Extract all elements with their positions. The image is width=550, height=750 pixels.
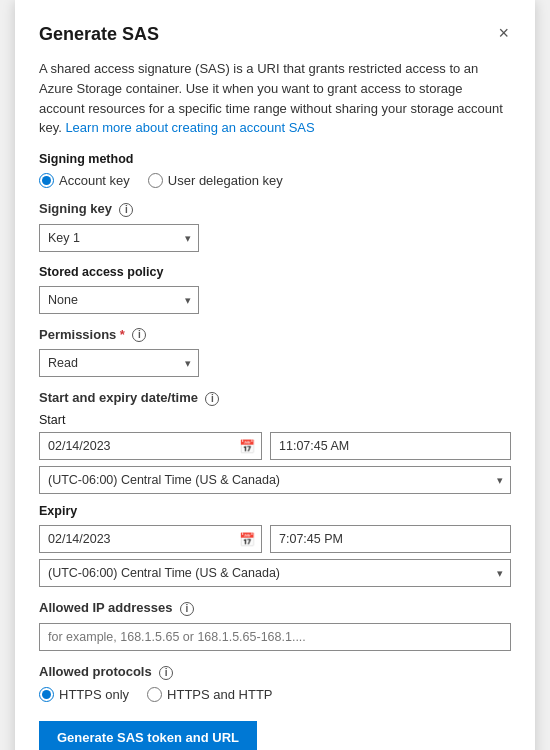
allowed-protocols-label: Allowed protocols i [39, 664, 511, 680]
signing-key-section: Signing key i Key 1 Key 2 ▾ [39, 201, 511, 252]
start-timezone-select[interactable]: (UTC-06:00) Central Time (US & Canada) (… [39, 466, 511, 494]
permissions-label: Permissions * i [39, 327, 511, 343]
expiry-date-wrapper: 📅 [39, 525, 262, 553]
account-key-option[interactable]: Account key [39, 173, 130, 188]
generate-sas-dialog: Generate SAS × A shared access signature… [15, 0, 535, 750]
signing-key-label: Signing key i [39, 201, 511, 217]
allowed-protocols-info-icon[interactable]: i [159, 666, 173, 680]
dialog-title: Generate SAS [39, 24, 159, 45]
stored-access-policy-select-wrapper: None ▾ [39, 286, 199, 314]
allowed-ip-info-icon[interactable]: i [180, 602, 194, 616]
start-date-time-row: 📅 [39, 432, 511, 460]
https-only-option[interactable]: HTTPS only [39, 687, 129, 702]
user-delegation-radio[interactable] [148, 173, 163, 188]
stored-access-policy-label: Stored access policy [39, 265, 511, 279]
allowed-protocols-radio-group: HTTPS only HTTPS and HTTP [39, 687, 511, 702]
start-date-input[interactable] [39, 432, 262, 460]
account-key-radio[interactable] [39, 173, 54, 188]
https-http-radio[interactable] [147, 687, 162, 702]
start-label: Start [39, 413, 511, 427]
expiry-date-time-row: 📅 [39, 525, 511, 553]
start-expiry-section: Start and expiry date/time i Start 📅 (UT… [39, 390, 511, 587]
allowed-protocols-section: Allowed protocols i HTTPS only HTTPS and… [39, 664, 511, 702]
description-text: A shared access signature (SAS) is a URI… [39, 59, 511, 138]
https-only-radio[interactable] [39, 687, 54, 702]
permissions-required-marker: * [120, 327, 125, 342]
expiry-timezone-select[interactable]: (UTC-06:00) Central Time (US & Canada) (… [39, 559, 511, 587]
expiry-time-input[interactable] [270, 525, 511, 553]
signing-method-section: Signing method Account key User delegati… [39, 152, 511, 188]
stored-access-policy-select[interactable]: None [39, 286, 199, 314]
start-time-input[interactable] [270, 432, 511, 460]
signing-method-radio-group: Account key User delegation key [39, 173, 511, 188]
signing-key-select[interactable]: Key 1 Key 2 [39, 224, 199, 252]
allowed-ip-section: Allowed IP addresses i [39, 600, 511, 651]
start-timezone-wrapper: (UTC-06:00) Central Time (US & Canada) (… [39, 466, 511, 494]
allowed-ip-label: Allowed IP addresses i [39, 600, 511, 616]
permissions-select-wrapper: Read Write Delete List Add Create ▾ [39, 349, 199, 377]
expiry-timezone-wrapper: (UTC-06:00) Central Time (US & Canada) (… [39, 559, 511, 587]
signing-key-info-icon[interactable]: i [119, 203, 133, 217]
signing-key-select-wrapper: Key 1 Key 2 ▾ [39, 224, 199, 252]
https-http-label: HTTPS and HTTP [167, 687, 272, 702]
https-only-label: HTTPS only [59, 687, 129, 702]
permissions-select[interactable]: Read Write Delete List Add Create [39, 349, 199, 377]
learn-more-link[interactable]: Learn more about creating an account SAS [65, 120, 314, 135]
close-button[interactable]: × [496, 24, 511, 42]
generate-sas-button[interactable]: Generate SAS token and URL [39, 721, 257, 750]
dialog-header: Generate SAS × [39, 24, 511, 45]
user-delegation-option[interactable]: User delegation key [148, 173, 283, 188]
signing-method-label: Signing method [39, 152, 511, 166]
stored-access-policy-section: Stored access policy None ▾ [39, 265, 511, 314]
start-expiry-label: Start and expiry date/time i [39, 390, 511, 406]
user-delegation-label: User delegation key [168, 173, 283, 188]
start-expiry-info-icon[interactable]: i [205, 392, 219, 406]
start-date-wrapper: 📅 [39, 432, 262, 460]
expiry-label: Expiry [39, 504, 511, 518]
account-key-label: Account key [59, 173, 130, 188]
expiry-date-input[interactable] [39, 525, 262, 553]
https-http-option[interactable]: HTTPS and HTTP [147, 687, 272, 702]
permissions-section: Permissions * i Read Write Delete List A… [39, 327, 511, 378]
permissions-info-icon[interactable]: i [132, 328, 146, 342]
allowed-ip-input[interactable] [39, 623, 511, 651]
